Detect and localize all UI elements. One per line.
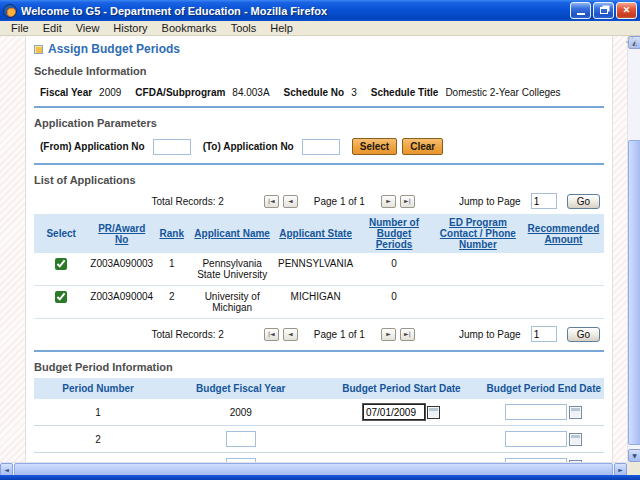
applicant-name-cell: University of Michigan — [188, 286, 276, 319]
budget-row: 1 2009 — [34, 399, 604, 426]
pr-award-no-cell: Z003A090003 — [88, 253, 155, 286]
num-budget-periods-cell: 0 — [355, 253, 433, 286]
table-row: Z003A090004 2 University of Michigan MIC… — [34, 286, 604, 319]
window-title: Welcome to G5 - Department of Education … — [21, 5, 568, 17]
go-button[interactable]: Go — [567, 194, 600, 209]
pagination-top: Total Records: 2 |◄ ◄ Page 1 of 1 ► ►| J… — [34, 193, 604, 209]
budget-start-date-input[interactable] — [363, 404, 425, 420]
budget-period-information-heading: Budget Period Information — [34, 361, 604, 373]
cfda-subprogram-value: 84.003A — [232, 87, 269, 98]
select-checkbox[interactable] — [55, 291, 67, 303]
from-application-input[interactable] — [153, 139, 191, 155]
restore-button[interactable] — [593, 2, 614, 19]
jump-to-page-input[interactable] — [531, 193, 557, 209]
firefox-icon — [3, 4, 17, 18]
period-number-cell: 1 — [34, 399, 162, 426]
menu-bar: File Edit View History Bookmarks Tools H… — [0, 21, 640, 36]
clear-button[interactable]: Clear — [402, 138, 443, 155]
table-row: Z003A090003 1 Pennsylvania State Univers… — [34, 253, 604, 286]
column-header-number-of-budget-periods[interactable]: Number of Budget Periods — [355, 214, 433, 253]
divider — [34, 106, 604, 108]
applications-table: Select PR/Award No Rank Applicant Name A… — [34, 214, 604, 319]
application-parameters-row: (From) Application No (To) Application N… — [34, 138, 604, 155]
total-records-value: 2 — [218, 329, 224, 340]
scrollbar-corner — [627, 462, 640, 475]
page-content: Assign Budget Periods Schedule Informati… — [25, 36, 613, 462]
menu-tools[interactable]: Tools — [224, 22, 264, 34]
vertical-scrollbar-thumb[interactable] — [628, 140, 640, 445]
column-header-applicant-state[interactable]: Applicant State — [276, 214, 355, 253]
column-header-ed-program-contact[interactable]: ED Program Contact / Phone Number — [433, 214, 523, 253]
budget-fiscal-year-input[interactable] — [226, 431, 256, 447]
column-header-pr-award-no[interactable]: PR/Award No — [88, 214, 155, 253]
to-application-label: (To) Application No — [203, 141, 294, 152]
recommended-amount-cell — [523, 286, 604, 319]
total-records-label: Total Records: — [152, 329, 216, 340]
column-header-period-number: Period Number — [34, 378, 162, 399]
column-header-select: Select — [34, 214, 88, 253]
calendar-icon[interactable] — [569, 406, 582, 419]
cfda-subprogram-label: CFDA/Subprogram — [135, 87, 225, 98]
ed-contact-cell — [433, 286, 523, 319]
first-page-button[interactable]: |◄ — [264, 328, 279, 341]
divider — [34, 350, 604, 352]
last-page-button[interactable]: ►| — [400, 328, 415, 341]
budget-fiscal-year-cell: 2009 — [162, 399, 319, 426]
pr-award-no-cell: Z003A090004 — [88, 286, 155, 319]
applicant-name-cell: Pennsylvania State University — [188, 253, 276, 286]
column-header-applicant-name[interactable]: Applicant Name — [188, 214, 276, 253]
schedule-information-heading: Schedule Information — [34, 65, 604, 77]
schedule-no-label: Schedule No — [284, 87, 345, 98]
applications-header-row: Select PR/Award No Rank Applicant Name A… — [34, 214, 604, 253]
total-records-label: Total Records: — [152, 196, 216, 207]
calendar-icon[interactable] — [427, 406, 440, 419]
column-header-recommended-amount[interactable]: Recommended Amount — [523, 214, 604, 253]
jump-to-page-input[interactable] — [531, 326, 557, 342]
menu-file[interactable]: File — [4, 22, 36, 34]
column-header-budget-period-start-date: Budget Period Start Date — [319, 378, 483, 399]
previous-page-button[interactable]: ◄ — [283, 195, 298, 208]
last-page-button[interactable]: ►| — [400, 195, 415, 208]
to-application-input[interactable] — [302, 139, 340, 155]
from-application-label: (From) Application No — [40, 141, 145, 152]
horizontal-scrollbar[interactable]: ◄ ► — [0, 462, 627, 475]
next-page-button[interactable]: ► — [381, 195, 396, 208]
select-checkbox[interactable] — [55, 258, 67, 270]
menu-bookmarks[interactable]: Bookmarks — [155, 22, 224, 34]
rank-cell: 1 — [155, 253, 188, 286]
column-header-budget-period-end-date: Budget Period End Date — [484, 378, 604, 399]
previous-page-button[interactable]: ◄ — [283, 328, 298, 341]
fiscal-year-value: 2009 — [99, 87, 121, 98]
budget-end-date-input[interactable] — [505, 404, 567, 420]
schedule-title-value: Domestic 2-Year Colleges — [445, 87, 560, 98]
fiscal-year-label: Fiscal Year — [40, 87, 92, 98]
budget-end-date-input[interactable] — [505, 431, 567, 447]
scroll-down-button[interactable]: ▼ — [628, 449, 640, 462]
select-button[interactable]: Select — [352, 138, 397, 155]
page-indicator: Page 1 of 1 — [314, 196, 365, 207]
page-title: Assign Budget Periods — [34, 42, 604, 56]
menu-history[interactable]: History — [106, 22, 154, 34]
applicant-state-cell: MICHIGAN — [276, 286, 355, 319]
menu-view[interactable]: View — [69, 22, 107, 34]
close-button[interactable]: ✕ — [616, 2, 637, 19]
calendar-icon[interactable] — [569, 433, 582, 446]
first-page-button[interactable]: |◄ — [264, 195, 279, 208]
vertical-scrollbar[interactable]: ▲ ▼ — [627, 36, 640, 462]
menu-edit[interactable]: Edit — [36, 22, 69, 34]
page-icon — [34, 45, 43, 54]
window-bottom-border — [0, 475, 640, 480]
divider — [34, 163, 604, 165]
num-budget-periods-cell: 0 — [355, 286, 433, 319]
next-page-button[interactable]: ► — [381, 328, 396, 341]
page-indicator: Page 1 of 1 — [314, 329, 365, 340]
schedule-fields: Fiscal Year 2009 CFDA/Subprogram 84.003A… — [34, 87, 604, 98]
go-button[interactable]: Go — [567, 327, 600, 342]
menu-help[interactable]: Help — [263, 22, 300, 34]
column-header-rank[interactable]: Rank — [155, 214, 188, 253]
rank-cell: 2 — [155, 286, 188, 319]
period-number-cell: 2 — [34, 426, 162, 453]
budget-header-row: Period Number Budget Fiscal Year Budget … — [34, 378, 604, 399]
column-header-budget-fiscal-year: Budget Fiscal Year — [162, 378, 319, 399]
minimize-button[interactable] — [570, 2, 591, 19]
